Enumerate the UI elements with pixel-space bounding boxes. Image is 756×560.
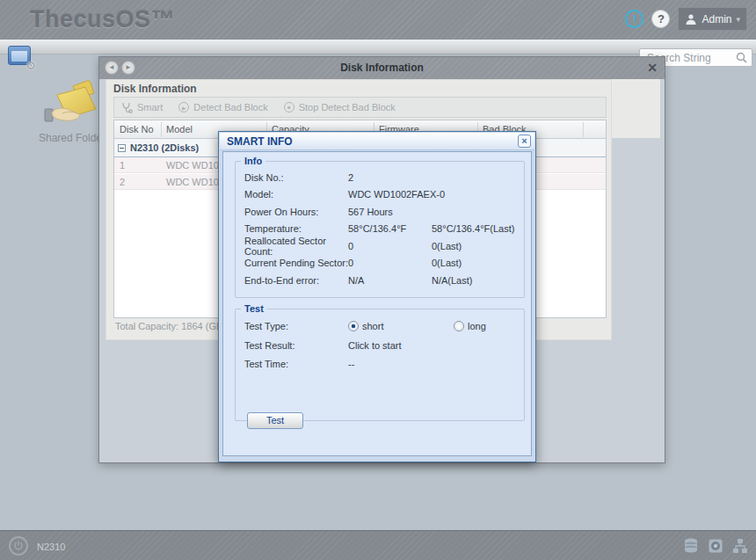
window-titlebar[interactable]: ◄ ► Disk Information ✕ xyxy=(99,57,665,79)
info-row-model: Model: WDC WD1002FAEX-0 xyxy=(244,186,524,204)
radio-short-label: short xyxy=(362,321,383,331)
group-label: N2310 (2Disks) xyxy=(130,142,199,153)
top-bar-actions: ! ? Admin ▾ xyxy=(625,7,747,31)
disk-no-cell: 1 xyxy=(120,160,125,171)
search-icon[interactable] xyxy=(736,52,747,63)
taskbar-status-icons xyxy=(682,537,749,555)
column-disk-no[interactable]: Disk No xyxy=(120,124,154,135)
smart-button[interactable]: Smart xyxy=(121,102,163,113)
field-label: End-to-End error: xyxy=(244,275,348,286)
chevron-down-icon: ▾ xyxy=(736,15,740,24)
field-value: 567 Hours xyxy=(348,207,524,217)
admin-menu-button[interactable]: Admin ▾ xyxy=(678,7,747,31)
field-label: Power On Hours: xyxy=(244,207,348,217)
test-result-row: Test Result: Click to start xyxy=(244,336,524,354)
detect-bad-block-button[interactable]: ▶ Detect Bad Block xyxy=(178,102,267,113)
panel-heading: Disk Information xyxy=(113,83,197,95)
radio-option-short[interactable]: short xyxy=(348,321,454,331)
test-fieldset: Test Test Type: short long xyxy=(235,309,525,421)
field-value: WDC WD1002FAEX-0 xyxy=(348,189,524,200)
info-fieldset: Info Disk No.: 2 Model: WDC WD1002FAEX-0… xyxy=(235,161,525,298)
test-time-row: Test Time: -- xyxy=(244,354,524,373)
radio-long-icon[interactable] xyxy=(454,321,464,331)
radio-short-icon[interactable] xyxy=(348,321,359,331)
disk-no-cell: 2 xyxy=(120,177,125,187)
info-row-disk-no: Disk No.: 2 xyxy=(244,169,524,186)
field-value: 58°C/136.4°F xyxy=(348,223,432,234)
dialog-close-icon[interactable]: × xyxy=(518,135,531,148)
play-circle-icon: ▶ xyxy=(178,102,189,113)
window-close-icon[interactable]: ✕ xyxy=(647,61,658,75)
disk-toolbar: Smart ▶ Detect Bad Block ■ Stop Detect B… xyxy=(113,97,607,118)
notification-icon[interactable]: ! xyxy=(625,10,643,28)
test-result-label: Test Result: xyxy=(244,340,348,351)
field-label: Disk No.: xyxy=(244,172,348,183)
field-label: Temperature: xyxy=(244,223,348,234)
top-bar: ThecusOS™ ! ? Admin ▾ xyxy=(0,0,756,40)
field-last: 58°C/136.4°F(Last) xyxy=(432,223,524,234)
info-row-end-to-end: End-to-End error: N/A N/A(Last) xyxy=(244,272,524,289)
window-title: Disk Information xyxy=(99,62,665,74)
field-last: 0(Last) xyxy=(432,241,524,251)
help-icon[interactable]: ? xyxy=(651,10,670,28)
test-button[interactable]: Test xyxy=(247,412,303,429)
dialog-titlebar[interactable]: SMART INFO × xyxy=(220,133,534,150)
test-legend: Test xyxy=(241,303,267,314)
power-button[interactable] xyxy=(9,536,28,556)
collapse-icon[interactable] xyxy=(118,144,126,152)
field-value: 2 xyxy=(348,172,432,183)
column-model[interactable]: Model xyxy=(166,124,193,135)
test-type-label: Test Type: xyxy=(244,321,348,331)
field-last: 0(Last) xyxy=(432,258,524,268)
field-label: Model: xyxy=(244,189,348,200)
column-separator xyxy=(583,122,584,137)
info-legend: Info xyxy=(241,156,265,166)
field-value: N/A xyxy=(348,275,432,286)
field-value: 0 xyxy=(348,258,432,268)
test-type-radio-group: short long xyxy=(348,321,486,331)
user-icon xyxy=(685,13,697,25)
radio-long-label: long xyxy=(468,321,486,331)
gear-icon: ⚙ xyxy=(25,59,36,72)
field-last: N/A(Last) xyxy=(432,275,524,286)
radio-option-long[interactable]: long xyxy=(454,321,486,331)
total-capacity-text: Total Capacity: 1864 (GB) xyxy=(115,321,226,331)
control-panel-taskbar-icon[interactable]: ⚙ xyxy=(8,46,36,72)
admin-label: Admin xyxy=(701,13,731,25)
smart-label: Smart xyxy=(137,102,163,113)
screen: ThecusOS™ ! ? Admin ▾ ⚙ xyxy=(0,0,756,560)
field-label: Current Pending Sector: xyxy=(244,258,348,268)
power-icon xyxy=(13,541,24,551)
bottom-taskbar: N2310 xyxy=(0,530,756,560)
smart-info-dialog: SMART INFO × Info Disk No.: 2 Model: WDC… xyxy=(218,131,536,462)
test-time-value: -- xyxy=(348,359,524,369)
info-row-power-on-hours: Power On Hours: 567 Hours xyxy=(244,203,524,221)
dialog-body: Info Disk No.: 2 Model: WDC WD1002FAEX-0… xyxy=(222,151,532,456)
detect-bad-block-label: Detect Bad Block xyxy=(193,102,267,113)
info-row-current-pending: Current Pending Sector: 0 0(Last) xyxy=(244,255,524,273)
folder-in-hand-icon xyxy=(43,77,101,128)
stop-detect-bad-block-label: Stop Detect Bad Block xyxy=(299,102,396,113)
hard-drive-icon[interactable] xyxy=(707,537,724,555)
field-label: Reallocated Sector Count: xyxy=(244,236,348,257)
panel-filler xyxy=(612,79,660,138)
test-type-row: Test Type: short long xyxy=(244,316,524,336)
stop-circle-icon: ■ xyxy=(284,102,294,113)
test-result-value: Click to start xyxy=(348,340,524,351)
network-tree-icon[interactable] xyxy=(731,537,749,555)
test-time-label: Test Time: xyxy=(244,359,348,369)
thecusos-logo: ThecusOS™ xyxy=(30,6,175,33)
stop-detect-bad-block-button[interactable]: ■ Stop Detect Bad Block xyxy=(284,102,396,113)
info-row-reallocated-sector: Reallocated Sector Count: 0 0(Last) xyxy=(244,237,524,255)
device-name-label: N2310 xyxy=(37,542,65,552)
stethoscope-icon xyxy=(121,102,133,113)
dialog-title: SMART INFO xyxy=(227,135,293,148)
column-separator xyxy=(161,122,162,137)
storage-stack-icon[interactable] xyxy=(682,537,700,555)
field-value: 0 xyxy=(348,241,432,251)
